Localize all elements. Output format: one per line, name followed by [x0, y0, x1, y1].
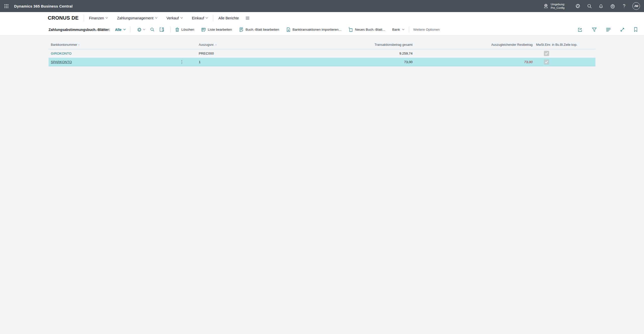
page-content: Bankkontonummer ↑ Auszugsnr. ↑ Transakti…	[0, 35, 644, 334]
notifications-icon[interactable]	[595, 0, 607, 12]
page-title: Zahlungsabstimmungsbuch.-Blätter:	[49, 28, 110, 32]
nav-item-verkauf[interactable]: Verkauf	[167, 16, 183, 20]
column-header-transaktionsbetrag[interactable]: Transaktionsbetrag gesamt	[262, 43, 413, 47]
table-row-selected[interactable]: SPARKONTO ⋮ 1 73,00 73,00	[49, 58, 595, 66]
column-header-auszugsnr[interactable]: Auszugsnr. ↑	[199, 43, 262, 47]
column-header-restbetrag[interactable]: Auszugleichender Restbetrag	[413, 43, 533, 47]
chevron-down-icon	[105, 17, 108, 19]
check-icon	[545, 61, 548, 63]
nav-item-finanzen[interactable]: Finanzen	[89, 16, 108, 20]
chevron-down-icon	[206, 17, 208, 19]
nav-menu: Finanzen Zahlungsmanagement Verkauf Eink…	[89, 16, 208, 20]
hamburger-icon	[246, 17, 250, 20]
chevron-down-icon	[143, 29, 145, 30]
nav-item-alle-berichte[interactable]: Alle Berichte	[218, 16, 239, 20]
search-list-button[interactable]	[148, 27, 157, 32]
copilot-icon	[137, 27, 142, 32]
settings-icon[interactable]	[607, 0, 618, 12]
bookmark-icon[interactable]	[634, 27, 637, 32]
company-name[interactable]: CRONUS DE	[48, 15, 79, 21]
nav-divider	[84, 15, 84, 21]
analysis-mode-button[interactable]	[157, 27, 166, 32]
new-journal-button[interactable]: Neues Buch.-Blatt...	[348, 27, 385, 32]
chevron-down-icon	[180, 17, 183, 19]
help-icon[interactable]	[618, 0, 630, 12]
statement-no-cell[interactable]: 1	[199, 60, 262, 64]
nav-item-einkauf[interactable]: Einkauf	[192, 16, 208, 20]
filter-icon[interactable]	[592, 27, 597, 32]
environment-icon	[543, 3, 549, 9]
row-menu-icon[interactable]: ⋮	[180, 60, 184, 64]
copilot-icon[interactable]	[572, 0, 584, 12]
top-bar: Dynamics 365 Business Central Umgebung: …	[0, 0, 644, 12]
copilot-button[interactable]	[135, 27, 148, 32]
chevron-down-icon	[402, 29, 405, 30]
edit-list-icon	[201, 27, 206, 32]
analysis-mode-icon	[159, 27, 164, 32]
vat-checkbox[interactable]	[544, 51, 549, 56]
ribbon-divider	[171, 27, 171, 32]
share-icon[interactable]	[578, 27, 583, 32]
ribbon-divider	[130, 27, 130, 32]
nav-overflow-icon[interactable]	[246, 17, 250, 20]
table-row[interactable]: GIROKONTO PREC000 9.259,74	[49, 49, 595, 58]
avatar-initials: JW	[634, 5, 638, 8]
nav-divider	[213, 15, 213, 21]
delete-button[interactable]: Löschen	[175, 27, 194, 32]
expand-icon[interactable]	[620, 27, 625, 32]
app-launcher-icon[interactable]	[0, 0, 13, 12]
statement-no-cell[interactable]: PREC000	[199, 52, 262, 55]
total-transaction-amount-cell[interactable]: 9.259,74	[262, 52, 413, 55]
view-filter-dropdown[interactable]: Alle	[115, 28, 126, 32]
import-bank-transactions-button[interactable]: Banktransaktionen importieren...	[286, 27, 341, 32]
search-icon[interactable]	[584, 0, 595, 12]
chevron-down-icon	[123, 29, 126, 30]
sort-ascending-icon: ↑	[78, 43, 80, 46]
bank-account-link[interactable]: GIROKONTO	[51, 52, 71, 55]
import-icon	[286, 27, 291, 32]
more-options-button[interactable]: Weitere Optionen	[413, 28, 440, 31]
avatar[interactable]: JW	[632, 2, 640, 10]
edit-journal-button[interactable]: Buch.-Blatt bearbeiten	[239, 27, 279, 32]
nav-bar: CRONUS DE Finanzen Zahlungsmanagement Ve…	[0, 12, 644, 24]
topbar-actions: Umgebung: Pre_Config	[543, 0, 644, 12]
environment-label: Umgebung: Pre_Config	[551, 3, 565, 10]
chevron-down-icon	[155, 17, 157, 19]
environment-button[interactable]: Umgebung: Pre_Config	[543, 3, 565, 10]
total-transaction-amount-cell[interactable]: 73,00	[262, 60, 413, 64]
column-header-bankkontonummer[interactable]: Bankkontonummer ↑	[49, 43, 179, 47]
ribbon-divider	[409, 27, 409, 32]
bank-account-link[interactable]: SPARKONTO	[51, 60, 72, 64]
new-journal-icon	[348, 27, 353, 32]
check-icon	[545, 52, 548, 55]
nav-item-zahlungsmanagement[interactable]: Zahlungsmanagement	[117, 16, 157, 20]
action-bar: Zahlungsabstimmungsbuch.-Blätter: Alle	[0, 24, 644, 35]
page-tools	[578, 27, 637, 32]
journal-list: Bankkontonummer ↑ Auszugsnr. ↑ Transakti…	[49, 35, 595, 66]
table-header-row: Bankkontonummer ↑ Auszugsnr. ↑ Transakti…	[49, 35, 595, 49]
sort-ascending-icon: ↑	[215, 43, 217, 46]
edit-journal-icon	[239, 27, 244, 32]
list-view-icon[interactable]	[606, 28, 611, 32]
trash-icon	[175, 27, 179, 32]
edit-list-button[interactable]: Liste bearbeiten	[201, 27, 232, 32]
vat-checkbox[interactable]	[544, 59, 549, 65]
remaining-balance-cell[interactable]: 73,00	[413, 60, 533, 64]
column-header-mwst[interactable]: MwSt.Einr. in Bu.Bl.Zeile kop.	[533, 43, 595, 47]
app-title: Dynamics 365 Business Central	[14, 4, 73, 8]
waffle-grid-icon	[4, 4, 9, 8]
bank-dropdown[interactable]: Bank	[392, 28, 405, 31]
search-icon	[150, 27, 155, 32]
